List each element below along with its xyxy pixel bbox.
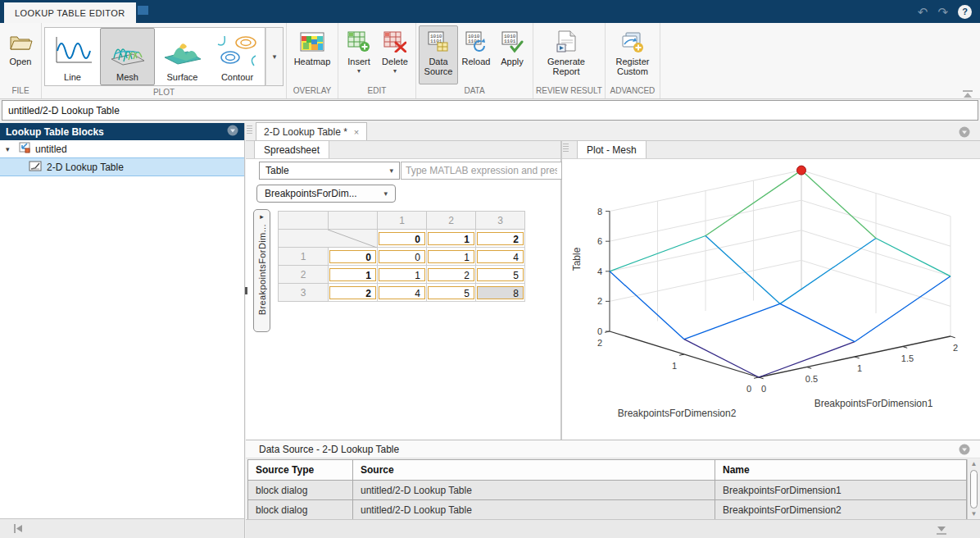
matlab-expression-input[interactable] [401, 162, 562, 180]
datasource-scrollbar[interactable]: ▲ ▼ [967, 459, 980, 519]
table-selector-value: Table [265, 165, 389, 176]
apply-label: Apply [501, 57, 524, 66]
tab-plot-mesh[interactable]: Plot - Mesh [577, 140, 647, 158]
gallery-item-mesh[interactable]: Mesh [100, 28, 155, 85]
open-button[interactable]: Open [2, 25, 39, 84]
close-tab-icon[interactable]: × [354, 127, 359, 137]
collapse-bottom-panel-icon[interactable] [936, 524, 947, 538]
svg-text:2: 2 [953, 343, 958, 353]
grid-row-header: 1 [279, 248, 329, 266]
breakpoint-selector-dropdown[interactable]: BreakpointsForDim... ▾ [256, 185, 396, 203]
dock-grip[interactable] [247, 125, 252, 134]
breakpoint-cell[interactable]: 2 [476, 230, 525, 248]
tree-item-untitled[interactable]: ▾ untitled [0, 140, 244, 157]
grid-data-row: 32458 [279, 284, 525, 302]
table-value-cell[interactable]: 8 [476, 284, 525, 302]
generate-report-icon [556, 29, 577, 55]
collapsed-breakpoints-strip[interactable]: ▸ BreakpointsForDim... [253, 209, 270, 332]
insert-button[interactable]: Insert ▾ [341, 25, 377, 84]
table-value-cell[interactable]: 5 [427, 284, 476, 302]
breakpoint-cell[interactable]: 0 [329, 248, 378, 266]
grid-column-header: 2 [427, 212, 476, 230]
undo-icon[interactable]: ↶ [918, 6, 928, 18]
svg-text:2: 2 [597, 296, 602, 306]
grid-data-row: 10014 [279, 248, 525, 266]
block-path-input[interactable] [2, 100, 978, 121]
insert-dropdown-icon[interactable]: ▾ [357, 68, 361, 75]
document-tab-label: 2-D Lookup Table * [264, 126, 347, 138]
generate-report-label: Generate Report [537, 57, 596, 76]
group-label-plot: PLOT [42, 86, 286, 98]
data-source-rows: block dialoguntitled/2-D Lookup TableBre… [248, 481, 967, 520]
grid-column-header: 3 [476, 212, 525, 230]
scrollbar-thumb[interactable] [970, 470, 978, 508]
data-source-table: Source Type Source Name block dialogunti… [247, 459, 967, 520]
gallery-label-surface: Surface [167, 72, 198, 82]
ribbon-group-plot: Line Mesh Surface [42, 23, 287, 98]
breakpoint-cell[interactable]: 1 [329, 266, 378, 284]
left-panel-title: Lookup Table Blocks [6, 126, 104, 138]
heatmap-button[interactable]: Heatmap [289, 25, 335, 84]
svg-text:0: 0 [761, 384, 766, 394]
collapse-left-icon[interactable] [13, 522, 23, 536]
table-selector-dropdown[interactable]: Table ▾ [259, 162, 400, 180]
contour-plot-icon [216, 29, 259, 72]
grid-corner-cell [279, 230, 378, 248]
ribbon: Open FILE Line [0, 23, 980, 99]
spreadsheet-grid: 123012100142112532458 [278, 211, 525, 302]
data-source-panel: Data Source - 2-D Lookup Table Source Ty… [246, 440, 980, 519]
tab-spreadsheet[interactable]: Spreadsheet [254, 140, 329, 158]
table-value-cell[interactable]: 0 [378, 248, 427, 266]
gallery-item-line[interactable]: Line [45, 28, 100, 85]
grid-column-header: 1 [378, 212, 427, 230]
table-value-cell[interactable]: 4 [476, 248, 525, 266]
grid-column-header-row: 123 [279, 212, 525, 230]
lookup-table-block-icon [29, 161, 42, 174]
scroll-down-icon[interactable]: ▼ [971, 510, 978, 518]
breakpoint-cell[interactable]: 2 [329, 284, 378, 302]
delete-button[interactable]: Delete ▾ [377, 25, 413, 84]
collapse-panel-chevron-icon[interactable] [227, 125, 238, 139]
surface-plot-icon [161, 29, 204, 72]
pane-splitter-grip[interactable] [245, 287, 247, 294]
gallery-item-contour[interactable]: Contour [210, 28, 265, 85]
gallery-item-surface[interactable]: Surface [155, 28, 210, 85]
collapse-document-chevron-icon[interactable] [959, 126, 970, 141]
tree-expander-icon[interactable]: ▾ [6, 145, 14, 153]
redo-icon[interactable]: ↷ [937, 6, 948, 18]
document-tabstrip: 2-D Lookup Table * × [246, 123, 980, 141]
gallery-dropdown-button[interactable]: ▾ [265, 27, 284, 86]
generate-report-button[interactable]: Generate Report [536, 25, 597, 84]
apply-button[interactable]: 10101101 Apply [494, 25, 530, 84]
toolstrip-tab-lookup-table-editor[interactable]: LOOKUP TABLE EDITOR [4, 2, 136, 23]
mesh-plot-icon [107, 29, 149, 72]
table-value-cell[interactable]: 4 [378, 284, 427, 302]
breakpoint-cell[interactable]: 1 [427, 230, 476, 248]
tree-item-2d-lookup-table[interactable]: 2-D Lookup Table [0, 157, 244, 176]
open-label: Open [10, 57, 32, 66]
data-source-button[interactable]: 10101101 Data Source [419, 25, 458, 84]
reload-button[interactable]: 10101101 Reload [458, 25, 494, 84]
table-value-cell[interactable]: 2 [427, 266, 476, 284]
collapse-datasource-chevron-icon[interactable] [959, 444, 970, 458]
group-label-advanced: ADVANCED [606, 84, 660, 98]
data-source-row[interactable]: block dialoguntitled/2-D Lookup TableBre… [248, 500, 967, 520]
table-value-cell[interactable]: 1 [378, 266, 427, 284]
heatmap-label: Heatmap [294, 57, 331, 66]
data-source-label: Data Source [420, 57, 457, 76]
delete-dropdown-icon[interactable]: ▾ [393, 68, 397, 75]
dock-grip[interactable] [563, 144, 569, 153]
svg-text:1.5: 1.5 [901, 353, 914, 363]
scroll-up-icon[interactable]: ▲ [971, 460, 978, 468]
chevron-down-icon: ▾ [383, 189, 388, 198]
help-icon[interactable]: ? [958, 5, 972, 19]
selected-point-marker [797, 166, 806, 175]
breakpoint-cell[interactable]: 0 [378, 230, 427, 248]
data-source-row[interactable]: block dialoguntitled/2-D Lookup TableBre… [248, 481, 967, 500]
grid-bp1-row: 012 [279, 230, 525, 248]
document-tab-2d-lookup-table[interactable]: 2-D Lookup Table * × [256, 122, 367, 140]
register-custom-button[interactable]: Register Custom [608, 25, 657, 84]
table-value-cell[interactable]: 5 [476, 266, 525, 284]
titlebar: LOOKUP TABLE EDITOR ↶ ↷ ? [0, 0, 980, 23]
table-value-cell[interactable]: 1 [427, 248, 476, 266]
